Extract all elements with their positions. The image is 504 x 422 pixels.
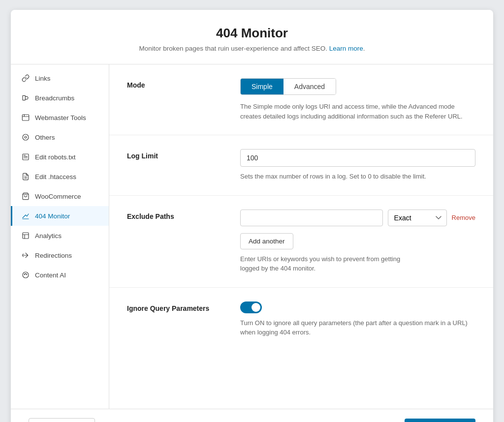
add-another-button[interactable]: Add another: [240, 233, 293, 249]
analytics-icon: [21, 231, 30, 240]
mode-description: The Simple mode only logs URI and access…: [240, 102, 475, 121]
mode-label: Mode: [127, 78, 225, 89]
htaccess-icon: [21, 172, 30, 181]
sidebar-item-redirections[interactable]: Redirections: [11, 245, 109, 265]
sidebar-label-others: Others: [35, 134, 55, 141]
simple-mode-button[interactable]: Simple: [241, 79, 284, 94]
toggle-wrapper: [240, 301, 475, 313]
svg-rect-8: [23, 233, 29, 239]
sidebar-label-links: Links: [35, 75, 51, 82]
svg-point-9: [23, 272, 29, 278]
redirections-icon: [21, 251, 30, 260]
link-icon: [21, 74, 30, 83]
sidebar-label-edit-robots: Edit robots.txt: [35, 153, 76, 161]
mode-field-content: Simple Advanced The Simple mode only log…: [240, 78, 475, 121]
mode-button-group: Simple Advanced: [240, 78, 336, 95]
ignore-query-label: Ignore Query Parameters: [127, 301, 225, 312]
sidebar-label-404-monitor: 404 Monitor: [35, 212, 70, 220]
sidebar-item-links[interactable]: Links: [11, 68, 109, 88]
sidebar-item-woocommerce[interactable]: WooCommerce: [11, 186, 109, 206]
breadcrumbs-icon: [21, 93, 30, 102]
sidebar: Links Breadcrumbs Webmaster Tools Others: [11, 64, 109, 409]
others-icon: [21, 133, 30, 142]
exclude-paths-description: Enter URIs or keywords you wish to preve…: [240, 254, 475, 273]
main-content: Mode Simple Advanced The Simple mode onl…: [109, 64, 493, 409]
tools-icon: [21, 113, 30, 122]
exclude-path-input[interactable]: [240, 210, 383, 226]
mode-field-row: Mode Simple Advanced The Simple mode onl…: [127, 78, 475, 121]
toggle-slider: [240, 301, 262, 313]
exclude-paths-section: Exclude Paths Exact Contains Starts With…: [109, 196, 493, 288]
ignore-query-description: Turn ON to ignore all query parameters (…: [240, 318, 475, 337]
sidebar-item-breadcrumbs[interactable]: Breadcrumbs: [11, 88, 109, 108]
exclude-paths-label: Exclude Paths: [127, 210, 225, 220]
log-limit-field-row: Log Limit Sets the max number of rows in…: [127, 149, 475, 181]
sidebar-label-analytics: Analytics: [35, 232, 62, 240]
svg-rect-1: [22, 115, 29, 121]
sidebar-label-edit-htaccess: Edit .htaccess: [35, 173, 76, 181]
log-limit-description: Sets the max number of rows in a log. Se…: [240, 172, 475, 181]
learn-more-link[interactable]: Learn more: [329, 45, 363, 52]
svg-rect-4: [23, 154, 29, 160]
log-limit-section: Log Limit Sets the max number of rows in…: [109, 135, 493, 196]
sidebar-label-content-ai: Content AI: [35, 271, 66, 279]
log-limit-input[interactable]: [240, 149, 475, 167]
log-limit-field-content: Sets the max number of rows in a log. Se…: [240, 149, 475, 181]
sidebar-label-breadcrumbs: Breadcrumbs: [35, 94, 74, 102]
ignore-query-field-row: Ignore Query Parameters Turn ON to ignor…: [127, 301, 475, 337]
mode-section: Mode Simple Advanced The Simple mode onl…: [109, 64, 493, 135]
monitor-icon: [21, 211, 30, 220]
page-header: 404 Monitor Monitor broken pages that ru…: [11, 10, 493, 64]
robots-icon: [21, 152, 30, 161]
sidebar-item-analytics[interactable]: Analytics: [11, 226, 109, 245]
svg-point-3: [25, 136, 27, 138]
reset-options-button[interactable]: Reset Options: [29, 418, 95, 422]
sidebar-label-woocommerce: WooCommerce: [35, 193, 81, 200]
svg-rect-0: [23, 95, 25, 100]
sidebar-item-edit-robots[interactable]: Edit robots.txt: [11, 147, 109, 167]
exclude-path-row: Exact Contains Starts With Ends With Reg…: [240, 210, 475, 226]
sidebar-item-edit-htaccess[interactable]: Edit .htaccess: [11, 167, 109, 186]
remove-path-link[interactable]: Remove: [452, 214, 475, 221]
footer: Reset Options Save Changes: [11, 409, 493, 422]
ignore-query-toggle[interactable]: [240, 301, 262, 313]
sidebar-label-webmaster-tools: Webmaster Tools: [35, 114, 86, 121]
log-limit-label: Log Limit: [127, 149, 225, 160]
sidebar-item-others[interactable]: Others: [11, 127, 109, 147]
exclude-match-select[interactable]: Exact Contains Starts With Ends With Reg…: [388, 210, 447, 226]
sidebar-item-404-monitor[interactable]: 404 Monitor: [11, 206, 109, 226]
sidebar-label-redirections: Redirections: [35, 252, 72, 259]
ai-icon: [21, 271, 30, 279]
exclude-paths-field-row: Exclude Paths Exact Contains Starts With…: [127, 210, 475, 273]
page-title: 404 Monitor: [21, 26, 483, 41]
main-container: 404 Monitor Monitor broken pages that ru…: [11, 10, 493, 422]
body-area: Links Breadcrumbs Webmaster Tools Others: [11, 64, 493, 409]
save-changes-button[interactable]: Save Changes: [405, 419, 475, 422]
advanced-mode-button[interactable]: Advanced: [284, 79, 336, 94]
svg-point-2: [23, 134, 29, 140]
header-description: Monitor broken pages that ruin user-expe…: [21, 45, 483, 52]
ignore-query-field-content: Turn ON to ignore all query parameters (…: [240, 301, 475, 337]
ignore-query-section: Ignore Query Parameters Turn ON to ignor…: [109, 288, 493, 351]
exclude-paths-field-content: Exact Contains Starts With Ends With Reg…: [240, 210, 475, 273]
woo-icon: [21, 192, 30, 201]
sidebar-item-webmaster-tools[interactable]: Webmaster Tools: [11, 108, 109, 127]
sidebar-item-content-ai[interactable]: Content AI: [11, 265, 109, 285]
